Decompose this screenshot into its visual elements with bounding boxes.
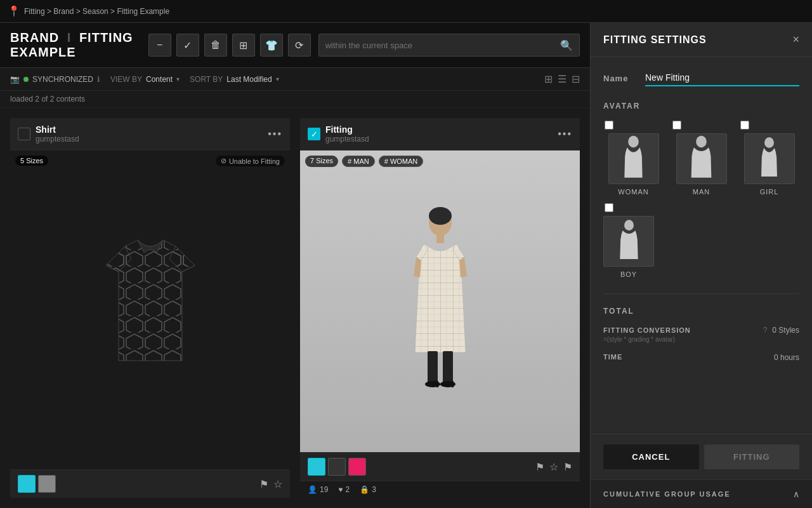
name-field-group: Name	[603, 70, 799, 86]
dress-figure-svg	[390, 206, 491, 397]
total-section: TOTAL FITTING CONVERSION ? =(style * gra…	[603, 293, 799, 362]
stat-likes: ♥ 2	[338, 485, 350, 494]
cumulative-label: CUMULATIVE GROUP USAGE	[603, 490, 731, 498]
right-panel: FITTING SETTINGS × Name AVATAR	[590, 23, 812, 508]
fitting-thumb-1[interactable]	[308, 458, 325, 476]
trash-button[interactable]: 🗑	[204, 34, 227, 57]
search-input[interactable]	[325, 41, 555, 50]
table-view-icon[interactable]: ⊟	[572, 73, 580, 85]
left-panel: BRAND I FITTING EXAMPLE − ✓ 🗑 ⊞ 👕 ⟳ 🔍	[0, 23, 590, 508]
view-by-chevron-icon: ▾	[176, 76, 180, 83]
girl-avatar-svg	[752, 135, 787, 183]
fitting-conversion-formula: =(style * grading * avatar)	[603, 336, 767, 343]
likes-icon: ♥	[338, 485, 343, 494]
shirt-badges: 5 Sizes	[15, 156, 48, 166]
count-bar: loaded 2 of 2 contents	[0, 91, 590, 108]
shirt-card-header: Shirt gumptestasd •••	[10, 118, 290, 150]
fitting-badges: 7 Sizes # MAN # WOMAN	[305, 156, 423, 167]
avatar-boy[interactable]: BOY	[603, 203, 654, 278]
shirt-checkbox[interactable]	[18, 128, 30, 140]
fitting-menu-button[interactable]: •••	[558, 128, 572, 140]
shirt-title: Shirt	[36, 124, 79, 135]
fitting-subtitle: gumptestasd	[325, 135, 369, 144]
excel-button[interactable]: ⊞	[232, 34, 255, 57]
shirt-card: Shirt gumptestasd •••	[10, 118, 290, 498]
cancel-button[interactable]: CANCEL	[603, 444, 699, 469]
shirt-star-icon[interactable]: ☆	[273, 478, 282, 490]
shirt-subtitle: gumptestasd	[36, 135, 79, 144]
fitting-image: 7 Sizes # MAN # WOMAN	[300, 150, 580, 452]
avatar-section-label: AVATAR	[603, 102, 799, 110]
shirt-actions: ⚑ ☆	[259, 478, 282, 490]
filter-bar: 📷 SYNCHRONIZED ℹ VIEW BY Content ▾ SORT …	[0, 68, 590, 91]
sort-by-filter[interactable]: SORT BY Last Modified ▾	[190, 75, 279, 84]
name-input[interactable]	[645, 70, 799, 86]
view-by-filter[interactable]: VIEW BY Content ▾	[110, 75, 180, 84]
fitting-woman-badge: # WOMAN	[379, 156, 424, 167]
man-checkbox[interactable]	[672, 121, 681, 130]
shirt-thumb-2[interactable]	[38, 475, 56, 493]
sync-button[interactable]: ⟳	[288, 34, 311, 57]
fitting-thumb-2[interactable]	[328, 458, 346, 476]
svg-rect-10	[443, 351, 453, 383]
svg-rect-3	[436, 234, 444, 243]
help-icon[interactable]: ?	[763, 326, 768, 335]
shirt-menu-button[interactable]: •••	[268, 128, 282, 140]
fitting-conversion-row: FITTING CONVERSION ? =(style * grading *…	[603, 326, 799, 343]
toolbar: − ✓ 🗑 ⊞ 👕 ⟳	[148, 34, 311, 57]
woman-checkbox[interactable]	[605, 121, 613, 130]
time-label: TIME	[603, 353, 769, 361]
name-label: Name	[603, 74, 635, 83]
cumulative-section[interactable]: CUMULATIVE GROUP USAGE ∧	[591, 479, 812, 508]
svg-point-2	[429, 207, 452, 225]
boy-avatar-svg	[612, 218, 646, 265]
locks-icon: 🔒	[360, 485, 369, 494]
shirt-image: 5 Sizes ⊘ Unable to Fitting	[10, 150, 290, 469]
top-bar: 📍 Fitting > Brand > Season > Fitting Exa…	[0, 0, 812, 23]
svg-point-16	[696, 135, 707, 147]
fitting-flag-icon[interactable]: ⚑	[535, 461, 544, 473]
minus-button[interactable]: −	[148, 34, 171, 57]
avatar-girl[interactable]: GIRL	[739, 121, 799, 196]
fitting-lock-icon[interactable]: ⚑	[563, 461, 572, 473]
check-button[interactable]: ✓	[176, 34, 199, 57]
avatar-man[interactable]: MAN	[671, 121, 731, 196]
close-button[interactable]: ×	[792, 33, 799, 46]
content-grid: Shirt gumptestasd •••	[0, 108, 590, 508]
time-row: TIME 0 hours	[603, 353, 799, 362]
main-layout: BRAND I FITTING EXAMPLE − ✓ 🗑 ⊞ 👕 ⟳ 🔍	[0, 23, 812, 508]
fitting-button[interactable]: FITTING	[704, 444, 800, 469]
info-icon: ℹ	[97, 75, 100, 84]
fitting-checkbox[interactable]: ✓	[308, 128, 320, 140]
svg-rect-13	[436, 381, 438, 387]
camera-icon: 📷	[10, 75, 20, 84]
svg-rect-9	[428, 351, 438, 383]
unable-badge: ⊘ Unable to Fitting	[216, 156, 285, 166]
panel-header: FITTING SETTINGS ×	[591, 23, 812, 57]
svg-point-18	[624, 220, 634, 231]
sort-by-chevron-icon: ▾	[276, 76, 279, 83]
fitting-card: ✓ Fitting gumptestasd •••	[300, 118, 580, 498]
fitting-conversion-value: 0 Styles	[772, 326, 799, 335]
sync-indicator: 📷 SYNCHRONIZED ℹ	[10, 75, 100, 84]
shirt-button[interactable]: 👕	[260, 34, 283, 57]
panel-content: Name AVATAR WOMAN	[591, 57, 812, 434]
girl-checkbox[interactable]	[740, 121, 749, 130]
time-value: 0 hours	[774, 353, 799, 362]
girl-label: GIRL	[760, 188, 779, 196]
cumulative-chevron-icon: ∧	[793, 489, 799, 499]
shirt-thumb-1[interactable]	[18, 475, 36, 493]
shirt-flag-icon[interactable]: ⚑	[259, 478, 268, 490]
grid-view-icon[interactable]: ⊞	[544, 73, 553, 85]
sync-dot	[23, 77, 29, 82]
fitting-star-icon[interactable]: ☆	[549, 461, 558, 473]
boy-checkbox[interactable]	[605, 203, 613, 212]
fitting-thumb-3[interactable]	[348, 458, 366, 476]
fitting-card-footer: ⚑ ☆ ⚑	[300, 452, 580, 481]
shirt-thumbnails	[18, 475, 56, 493]
shirt-svg	[87, 234, 214, 386]
svg-point-17	[764, 137, 774, 148]
list-view-icon[interactable]: ☰	[558, 73, 566, 85]
avatar-woman[interactable]: WOMAN	[603, 121, 664, 196]
views-icon: 👤	[308, 485, 317, 494]
